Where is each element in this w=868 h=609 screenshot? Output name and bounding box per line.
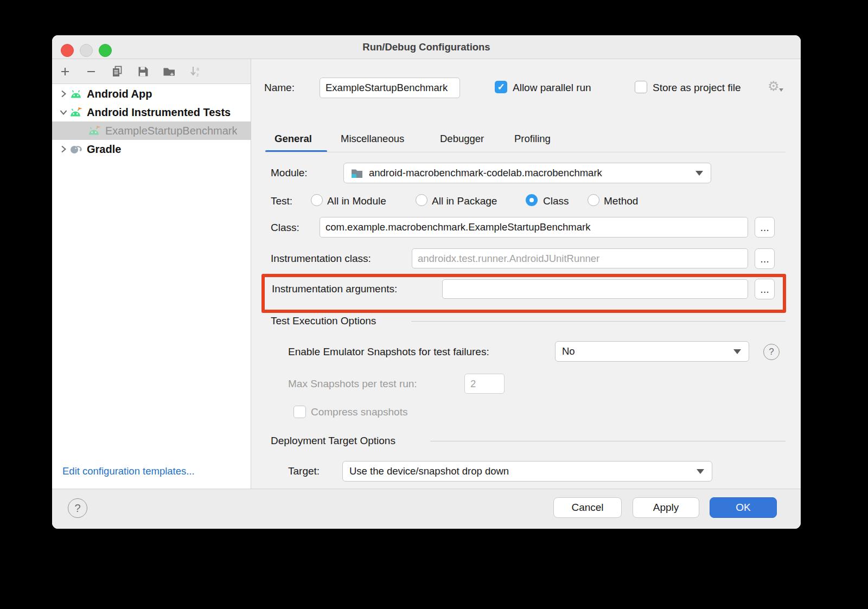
title-bar: Run/Debug Configurations [52,35,801,59]
radio-method-label: Method [604,195,638,207]
chevron-down-icon[interactable] [59,107,69,117]
class-label: Class: [271,222,299,234]
name-label: Name: [264,82,295,94]
radio-class[interactable] [526,194,538,206]
radio-all-in-package[interactable] [416,194,427,206]
android-instrumented-test-icon [69,107,84,117]
deployment-target-options-heading: Deployment Target Options [271,435,395,447]
dialog-footer: ? Cancel Apply OK [52,489,801,529]
emulator-snapshots-label: Enable Emulator Snapshots for test failu… [288,346,489,358]
compress-snapshots-checkbox [293,406,306,418]
apply-button[interactable]: Apply [633,497,699,518]
compress-snapshots-label: Compress snapshots [311,406,407,418]
android-app-icon [69,89,84,99]
test-label: Test: [271,195,292,207]
target-label: Target: [288,465,320,477]
edit-configuration-templates-link[interactable]: Edit configuration templates... [62,465,195,477]
section-divider [430,441,786,441]
help-button[interactable]: ? [68,498,87,518]
instrumentation-class-input[interactable] [412,248,748,268]
allow-parallel-run-label: Allow parallel run [513,82,591,94]
radio-class-label: Class [543,195,569,207]
max-snapshots-label: Max Snapshots per test run: [288,378,417,390]
snapshots-help-icon[interactable]: ? [763,344,780,360]
target-dropdown[interactable]: Use the device/snapshot drop down [342,461,712,482]
sort-configurations-icon: az [189,65,202,78]
copy-configuration-icon[interactable] [111,65,124,78]
store-as-project-file-label: Store as project file [653,82,741,94]
instrumentation-class-browse-button[interactable]: ... [755,248,775,269]
dropdown-arrow-icon [697,469,704,474]
configurations-sidebar: az Android App [52,59,251,489]
instrumentation-arguments-browse-button[interactable]: ... [755,279,775,299]
gear-icon[interactable]: ⚙ [768,80,780,93]
sidebar-toolbar: az [52,59,251,84]
tree-item-gradle[interactable]: Gradle [52,140,251,158]
target-value: Use the device/snapshot drop down [349,465,509,477]
tab-divider [265,152,786,152]
emulator-snapshots-dropdown[interactable]: No [555,341,749,362]
tree-item-label: Android App [87,88,152,100]
tab-profiling[interactable]: Profiling [514,133,551,145]
minimize-window-button[interactable] [80,44,93,57]
tab-general[interactable]: General [275,133,312,145]
tab-debugger[interactable]: Debugger [440,133,484,145]
test-execution-options-heading: Test Execution Options [271,315,376,327]
tree-item-examplestartupbenchmark[interactable]: ExampleStartupBenchmark [52,121,251,140]
dialog-title: Run/Debug Configurations [52,35,801,59]
store-as-project-file-checkbox[interactable] [635,81,647,93]
cancel-button[interactable]: Cancel [553,497,622,518]
chevron-right-icon[interactable] [59,144,69,154]
save-configuration-icon[interactable] [137,65,150,78]
tab-miscellaneous[interactable]: Miscellaneous [341,133,404,145]
radio-all-in-package-label: All in Package [432,195,497,207]
add-configuration-icon[interactable] [59,65,72,78]
svg-text:a: a [196,66,199,72]
zoom-window-button[interactable] [99,44,112,57]
allow-parallel-run-checkbox[interactable] [495,81,507,93]
module-folder-icon [350,168,363,178]
android-test-configuration-icon [88,126,102,136]
configuration-form: Name: Allow parallel run Store as projec… [251,59,801,489]
emulator-snapshots-value: No [562,345,575,357]
gradle-icon [69,144,84,154]
tree-item-android-instrumented-tests[interactable]: Android Instrumented Tests [52,103,251,121]
tree-item-label: ExampleStartupBenchmark [105,125,237,137]
remove-configuration-icon[interactable] [85,65,98,78]
radio-all-in-module-label: All in Module [327,195,386,207]
radio-method[interactable] [588,194,599,206]
name-input[interactable] [320,78,460,98]
dropdown-arrow-icon [695,171,703,176]
configuration-tree: Android App Android Instrumented Tests [52,84,251,158]
module-value: android-macrobenchmark-codelab.macrobenc… [369,167,602,179]
tree-item-label: Android Instrumented Tests [87,106,231,119]
svg-text:z: z [196,72,199,78]
run-debug-configurations-dialog: Run/Debug Configurations [52,35,801,529]
instrumentation-arguments-input[interactable] [442,279,748,299]
tree-item-android-app[interactable]: Android App [52,85,251,103]
section-divider [411,321,786,322]
module-dropdown[interactable]: android-macrobenchmark-codelab.macrobenc… [343,163,711,183]
close-window-button[interactable] [61,44,74,57]
class-input[interactable] [320,217,748,238]
move-to-folder-icon[interactable] [163,65,176,78]
chevron-right-icon[interactable] [59,89,69,99]
radio-all-in-module[interactable] [311,194,323,206]
ok-button[interactable]: OK [710,497,777,518]
tree-item-label: Gradle [87,143,121,156]
module-label: Module: [271,167,308,179]
instrumentation-arguments-label: Instrumentation arguments: [272,283,397,295]
class-browse-button[interactable]: ... [755,217,775,238]
instrumentation-class-label: Instrumentation class: [271,253,371,265]
dropdown-arrow-icon [733,349,741,354]
max-snapshots-input [464,374,505,394]
